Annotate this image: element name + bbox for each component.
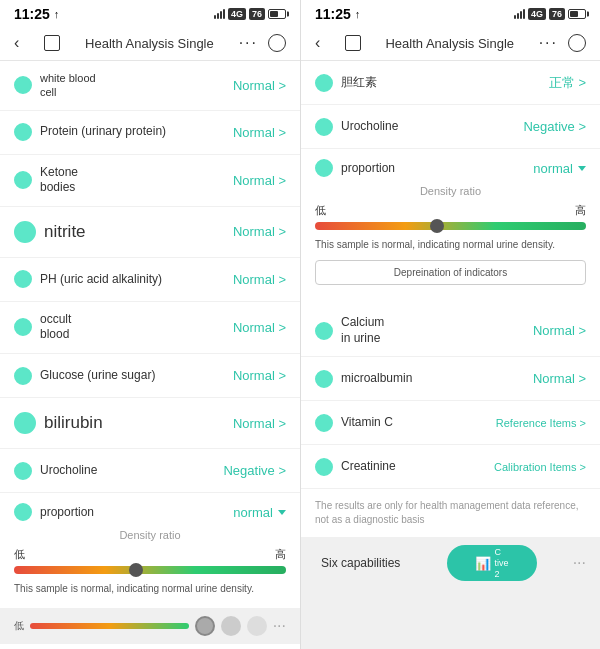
left-nav-bar: ‹ Health Analysis Single ··· <box>0 26 300 61</box>
fab-text: C tive 2 <box>495 547 509 579</box>
right-list-item-urocholine[interactable]: Urocholine Negative > <box>301 105 600 149</box>
left-battery-fill <box>270 11 278 17</box>
right-item-left-urocholine: Urocholine <box>315 118 398 136</box>
left-back-button[interactable]: ‹ <box>14 34 19 52</box>
right-density-title: Density ratio <box>315 185 586 197</box>
item-label-wbc: white bloodcell <box>40 71 96 100</box>
right-item-label-bili: 胆红素 <box>341 75 377 91</box>
item-label-occult: occultblood <box>40 312 71 343</box>
right-proportion-label: proportion <box>315 159 395 177</box>
scroll-item-1 <box>195 616 215 636</box>
right-phone: 11:25 ↑ 4G 76 ‹ Health Analysis Single ·… <box>300 0 600 649</box>
right-4g-badge: 4G <box>528 8 546 20</box>
right-item-value-vitaminc: Reference Items > <box>496 417 586 429</box>
right-list-item-microalbumin[interactable]: microalbumin Normal > <box>301 357 600 401</box>
right-list-item-vitaminc[interactable]: Vitamin C Reference Items > <box>301 401 600 445</box>
item-dot-bilirubin <box>14 412 36 434</box>
list-item-white-blood-cell[interactable]: white bloodcell Normal > <box>0 61 300 111</box>
list-item-glucose[interactable]: Glucose (urine sugar) Normal > <box>0 354 300 398</box>
bottom-gradient-bar <box>30 623 189 629</box>
item-label-ketone: Ketonebodies <box>40 165 78 196</box>
right-signal-bars <box>514 9 525 19</box>
six-capabilities-tab[interactable]: Six capabilities <box>311 550 410 576</box>
right-density-desc: This sample is normal, indicating normal… <box>315 238 586 252</box>
left-density-section: Density ratio 低 高 This sample is normal,… <box>0 521 300 608</box>
right-item-label-creatinine: Creatinine <box>341 459 396 475</box>
right-item-dot-vitaminc <box>315 414 333 432</box>
item-value-nitrite: Normal > <box>233 224 286 239</box>
left-more-button[interactable]: ··· <box>239 34 258 52</box>
right-proportion-val-text: normal <box>533 161 573 176</box>
left-home-icon[interactable] <box>44 35 60 51</box>
right-time-text: 11:25 <box>315 6 351 22</box>
right-list-item-creatinine[interactable]: Creatinine Calibration Items > <box>301 445 600 489</box>
right-item-left-microalbumin: microalbumin <box>315 370 412 388</box>
left-bottom-note: This sample is normal, indicating normal… <box>0 644 300 649</box>
list-item-bilirubin[interactable]: bilirubin Normal > <box>0 398 300 449</box>
left-density-labels: 低 高 <box>14 547 286 562</box>
item-dot-glucose <box>14 367 32 385</box>
item-label-ph: PH (uric acid alkalinity) <box>40 272 162 288</box>
right-back-button[interactable]: ‹ <box>315 34 320 52</box>
signal-bar-4 <box>223 9 225 19</box>
signal-bar-1 <box>214 15 216 19</box>
list-item-protein[interactable]: Protein (urinary protein) Normal > <box>0 111 300 155</box>
right-item-dot-urocholine <box>315 118 333 136</box>
right-density-labels: 低 高 <box>315 203 586 218</box>
right-status-bar: 11:25 ↑ 4G 76 <box>301 0 600 26</box>
item-left-nitrite: nitrite <box>14 221 86 243</box>
right-camera-icon[interactable] <box>568 34 586 52</box>
right-signal-bar-2 <box>517 13 519 19</box>
right-proportion-text: proportion <box>341 161 395 175</box>
right-item-left-calcium: Calciumin urine <box>315 315 384 346</box>
list-item-nitrite[interactable]: nitrite Normal > <box>0 207 300 258</box>
left-density-high: 高 <box>275 547 286 562</box>
left-camera-icon[interactable] <box>268 34 286 52</box>
right-scroll-content[interactable]: 胆红素 正常 > Urocholine Negative > proportio… <box>301 61 600 649</box>
proportion-val-text: normal <box>233 505 273 520</box>
right-density-indicator <box>430 219 444 233</box>
item-label-protein: Protein (urinary protein) <box>40 124 166 140</box>
list-item-ph[interactable]: PH (uric acid alkalinity) Normal > <box>0 258 300 302</box>
right-fab-button[interactable]: 📊 C tive 2 <box>447 545 537 581</box>
item-dot-occult <box>14 318 32 336</box>
right-home-icon[interactable] <box>345 35 361 51</box>
scroll-more-icon: ··· <box>273 617 286 635</box>
list-item-occult[interactable]: occultblood Normal > <box>0 302 300 354</box>
left-nav-icons: ··· <box>239 34 286 52</box>
item-value-occult: Normal > <box>233 320 286 335</box>
list-item-urocholine[interactable]: Urocholine Negative > <box>0 449 300 493</box>
right-list-item-calcium[interactable]: Calciumin urine Normal > <box>301 305 600 357</box>
item-label-nitrite: nitrite <box>44 221 86 243</box>
item-label-glucose: Glucose (urine sugar) <box>40 368 155 384</box>
fab-count: 2 <box>495 569 509 580</box>
right-list-item-bili[interactable]: 胆红素 正常 > <box>301 61 600 105</box>
low-label-bottom: 低 <box>14 619 24 633</box>
proportion-row[interactable]: proportion normal <box>0 493 300 521</box>
right-density-high: 高 <box>575 203 586 218</box>
right-item-label-microalbumin: microalbumin <box>341 371 412 387</box>
item-left-occult: occultblood <box>14 312 71 343</box>
left-phone: 11:25 ↑ 4G 76 ‹ Health Analysis Single ·… <box>0 0 300 649</box>
right-proportion-row[interactable]: proportion normal <box>301 149 600 177</box>
right-density-bar <box>315 222 586 230</box>
right-item-dot-microalbumin <box>315 370 333 388</box>
right-proportion-value: normal <box>533 161 586 176</box>
explain-indicators-button[interactable]: Depreination of indicators <box>315 260 586 285</box>
right-nav-bar: ‹ Health Analysis Single ··· <box>301 26 600 61</box>
explain-btn-label: Depreination of indicators <box>394 267 507 278</box>
item-value-ph: Normal > <box>233 272 286 287</box>
right-density-bar-container <box>315 222 586 230</box>
left-status-right: 4G 76 <box>214 8 286 20</box>
signal-bar-2 <box>217 13 219 19</box>
list-item-ketone[interactable]: Ketonebodies Normal > <box>0 155 300 207</box>
right-more-dots-icon[interactable]: ··· <box>573 554 586 572</box>
right-item-dot-creatinine <box>315 458 333 476</box>
item-value-wbc: Normal > <box>233 78 286 93</box>
left-scroll-content[interactable]: white bloodcell Normal > Protein (urinar… <box>0 61 300 649</box>
left-76-badge: 76 <box>249 8 265 20</box>
right-more-button[interactable]: ··· <box>539 34 558 52</box>
left-density-desc: This sample is normal, indicating normal… <box>14 582 286 596</box>
proportion-label: proportion <box>14 503 94 521</box>
item-value-urocholine: Negative > <box>223 463 286 478</box>
